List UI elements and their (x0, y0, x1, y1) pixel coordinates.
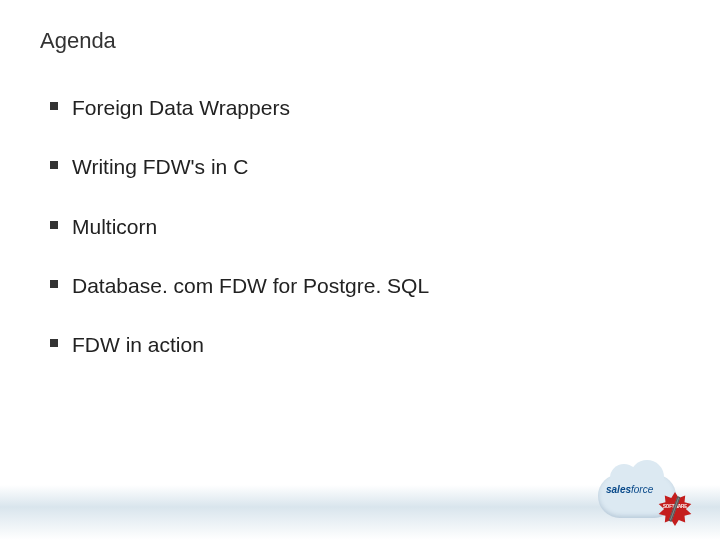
logo-brand-primary: sales (606, 484, 631, 495)
bullet-icon (50, 339, 58, 347)
bullet-icon (50, 221, 58, 229)
list-item: Multicorn (50, 213, 680, 240)
list-item: Foreign Data Wrappers (50, 94, 680, 121)
logo-brand-secondary: force (631, 484, 653, 495)
bullet-text: FDW in action (72, 331, 204, 358)
logo-text: salesforce (606, 484, 653, 495)
slide-title: Agenda (40, 28, 680, 54)
list-item: Writing FDW's in C (50, 153, 680, 180)
bullet-icon (50, 102, 58, 110)
bullet-text: Writing FDW's in C (72, 153, 248, 180)
bullet-icon (50, 280, 58, 288)
bullet-text: Multicorn (72, 213, 157, 240)
list-item: Database. com FDW for Postgre. SQL (50, 272, 680, 299)
list-item: FDW in action (50, 331, 680, 358)
salesforce-logo: salesforce SOFTWARE (596, 468, 692, 526)
bullet-text: Foreign Data Wrappers (72, 94, 290, 121)
bullet-icon (50, 161, 58, 169)
agenda-list: Foreign Data Wrappers Writing FDW's in C… (40, 94, 680, 358)
no-software-badge: SOFTWARE (658, 492, 692, 526)
slide-container: Agenda Foreign Data Wrappers Writing FDW… (0, 0, 720, 540)
bullet-text: Database. com FDW for Postgre. SQL (72, 272, 429, 299)
